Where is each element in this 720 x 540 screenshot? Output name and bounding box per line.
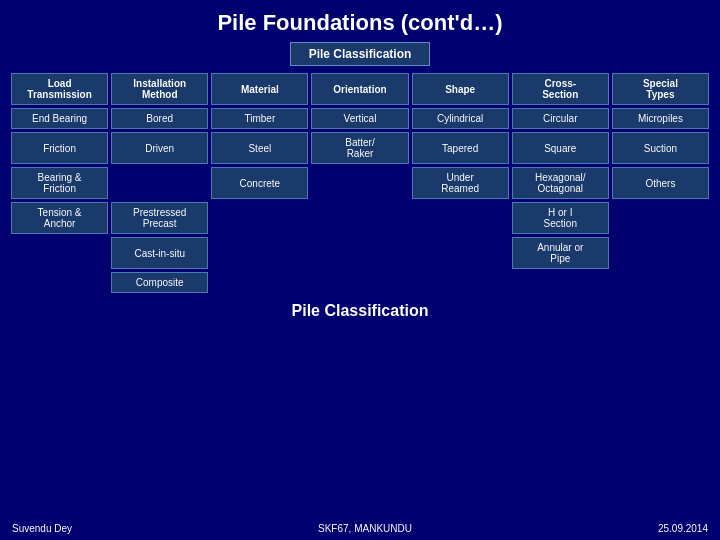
h-i-section-cell: H or ISection [512,202,609,234]
prestressed-precast-cell: PrestressedPrecast [111,202,208,234]
cast-in-situ-cell: Cast-in-situ [111,237,208,269]
category-header-row: LoadTransmission InstallationMethod Mate… [11,73,709,105]
micropiles-cell: Micropiles [612,108,709,129]
table-row: Cast-in-situ Annular orPipe [11,237,709,269]
composite-cell: Composite [111,272,208,293]
cat-orientation: Orientation [311,73,408,105]
empty-cell-4g [612,202,709,234]
table-row: Tension &Anchor PrestressedPrecast H or … [11,202,709,234]
empty-cell-6e [412,272,509,293]
hexagonal-octagonal-cell: Hexagonal/Octagonal [512,167,609,199]
driven-cell: Driven [111,132,208,164]
friction-cell: Friction [11,132,108,164]
empty-cell-5c [211,237,308,269]
top-classification-box: Pile Classification [290,42,431,66]
tension-anchor-cell: Tension &Anchor [11,202,108,234]
page-container: Pile Foundations (cont'd…) Pile Classifi… [0,0,720,540]
table-row: Composite [11,272,709,293]
footer: Suvendu Dey SKF67, MANKUNDU 25.09.2014 [0,519,720,540]
empty-cell-3b [111,167,208,199]
empty-cell-6g [612,272,709,293]
annular-pipe-cell: Annular orPipe [512,237,609,269]
diagram-area: Pile Classification LoadTransmission Ins… [0,42,720,519]
empty-cell-4d [311,202,408,234]
empty-cell-6f [512,272,609,293]
empty-cell-4c [211,202,308,234]
vertical-cell: Vertical [311,108,408,129]
tapered-cell: Tapered [412,132,509,164]
batter-raker-cell: Batter/Raker [311,132,408,164]
footer-author: Suvendu Dey [12,523,72,534]
empty-cell-5e [412,237,509,269]
steel-cell: Steel [211,132,308,164]
bored-cell: Bored [111,108,208,129]
empty-cell-6a [11,272,108,293]
empty-cell-5a [11,237,108,269]
page-title: Pile Foundations (cont'd…) [0,0,720,42]
end-bearing-cell: End Bearing [11,108,108,129]
empty-cell-5g [612,237,709,269]
cat-cross-section: Cross-Section [512,73,609,105]
suction-cell: Suction [612,132,709,164]
others-cell: Others [612,167,709,199]
diagram-table: LoadTransmission InstallationMethod Mate… [8,70,712,296]
circular-cell: Circular [512,108,609,129]
footer-institution: SKF67, MANKUNDU [318,523,412,534]
square-cell: Square [512,132,609,164]
empty-cell-6d [311,272,408,293]
table-row: Bearing &Friction Concrete UnderReamed H… [11,167,709,199]
empty-cell-5d [311,237,408,269]
cylindrical-cell: Cylindrical [412,108,509,129]
bearing-friction-cell: Bearing &Friction [11,167,108,199]
concrete-cell: Concrete [211,167,308,199]
bottom-classification: Pile Classification [8,302,712,320]
cat-load-transmission: LoadTransmission [11,73,108,105]
cat-shape: Shape [412,73,509,105]
footer-date: 25.09.2014 [658,523,708,534]
empty-cell-4e [412,202,509,234]
empty-cell-3d [311,167,408,199]
under-reamed-cell: UnderReamed [412,167,509,199]
cat-special-types: SpecialTypes [612,73,709,105]
table-row: Friction Driven Steel Batter/Raker Taper… [11,132,709,164]
table-row: End Bearing Bored Timber Vertical Cylind… [11,108,709,129]
cat-material: Material [211,73,308,105]
empty-cell-6c [211,272,308,293]
cat-installation-method: InstallationMethod [111,73,208,105]
timber-cell: Timber [211,108,308,129]
